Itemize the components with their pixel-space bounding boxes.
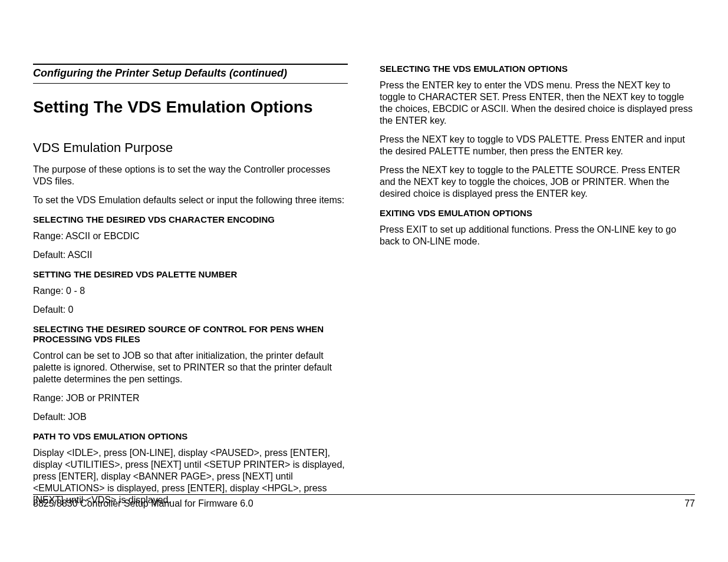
page-title: Setting The VDS Emulation Options — [33, 98, 348, 117]
page-footer: 8825/8830 Controller Setup Manual for Fi… — [33, 494, 695, 509]
section-subtitle: VDS Emulation Purpose — [33, 140, 348, 156]
subsection-heading: PATH TO VDS EMULATION OPTIONS — [33, 431, 348, 441]
subsection-heading: SELECTING THE DESIRED SOURCE OF CONTROL … — [33, 324, 348, 344]
subsection-heading: EXITING VDS EMULATION OPTIONS — [380, 208, 694, 218]
section-header: Configuring the Printer Setup Defaults (… — [33, 67, 348, 80]
paragraph: Press the NEXT key to toggle to the PALE… — [380, 164, 694, 200]
paragraph: Range: JOB or PRINTER — [33, 392, 348, 404]
subsection-heading: SELECTING THE VDS EMULATION OPTIONS — [380, 64, 694, 74]
paragraph: Press the ENTER key to enter the VDS men… — [380, 80, 694, 127]
footer-manual-title: 8825/8830 Controller Setup Manual for Fi… — [33, 498, 253, 509]
left-column: Configuring the Printer Setup Defaults (… — [33, 64, 348, 513]
paragraph: Default: JOB — [33, 411, 348, 423]
paragraph: To set the VDS Emulation defaults select… — [33, 194, 348, 206]
right-column: SELECTING THE VDS EMULATION OPTIONS Pres… — [380, 64, 694, 513]
paragraph: Default: 0 — [33, 304, 348, 316]
document-page: Configuring the Printer Setup Defaults (… — [0, 0, 728, 562]
paragraph: Control can be set to JOB so that after … — [33, 350, 348, 385]
two-column-layout: Configuring the Printer Setup Defaults (… — [33, 64, 695, 513]
paragraph: Range: ASCII or EBCDIC — [33, 230, 348, 242]
paragraph: Range: 0 - 8 — [33, 285, 348, 297]
paragraph: Press the NEXT key to toggle to VDS PALE… — [380, 134, 694, 157]
paragraph: The purpose of these options is to set t… — [33, 164, 348, 187]
subsection-heading: SELECTING THE DESIRED VDS CHARACTER ENCO… — [33, 214, 348, 224]
paragraph: Default: ASCII — [33, 249, 348, 261]
section-header-rule: Configuring the Printer Setup Defaults (… — [33, 64, 348, 84]
paragraph: Press EXIT to set up additional function… — [380, 224, 694, 247]
footer-page-number: 77 — [684, 498, 695, 509]
subsection-heading: SETTING THE DESIRED VDS PALETTE NUMBER — [33, 269, 348, 279]
